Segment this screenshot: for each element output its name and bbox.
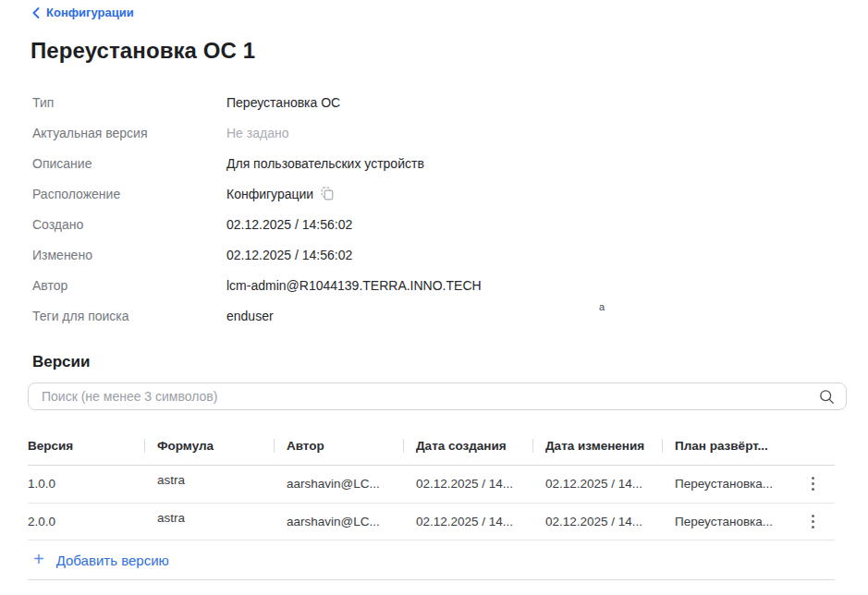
property-value: 02.12.2025 / 14:56:02	[226, 217, 352, 232]
breadcrumb-back-link[interactable]: Конфигурации	[32, 6, 134, 19]
versions-search-input[interactable]	[29, 383, 819, 409]
property-row-actual-version: Актуальная версия Не задано	[32, 117, 605, 148]
column-header-modified: Дата изменения	[532, 439, 662, 453]
property-value: Не задано	[226, 126, 288, 140]
page-title: Переустановка ОС 1	[31, 38, 255, 64]
chevron-left-icon	[32, 7, 40, 18]
property-value: Конфигурации	[226, 187, 334, 201]
property-label: Создано	[32, 217, 226, 232]
cell-version: 2.0.0	[28, 515, 144, 528]
location-value: Конфигурации	[226, 187, 313, 201]
property-label: Актуальная версия	[32, 126, 226, 140]
property-value: Для пользовательских устройств	[226, 156, 424, 171]
property-row-type: Тип Переустановка ОС	[32, 87, 605, 117]
copy-icon	[321, 187, 334, 200]
column-header-version: Версия	[28, 439, 144, 453]
copy-path-button[interactable]	[321, 187, 334, 200]
cell-deploy-plan: Переустановка...	[662, 477, 791, 491]
cell-created: 02.12.2025 / 14...	[403, 515, 532, 528]
cell-author: aarshavin@LC...	[274, 515, 403, 528]
versions-search	[28, 382, 847, 410]
column-header-deploy-plan: План развёрт...	[662, 439, 791, 453]
cell-created: 02.12.2025 / 14...	[403, 477, 532, 491]
add-version-label: Добавить версию	[56, 552, 169, 568]
property-row-description: Описание Для пользовательских устройств	[32, 148, 605, 178]
property-row-modified: Изменено 02.12.2025 / 14:56:02	[32, 239, 605, 270]
property-label: Расположение	[32, 187, 226, 201]
table-row[interactable]: 2.0.0 astra aarshavin@LC... 02.12.2025 /…	[28, 504, 835, 541]
property-value: lcm-admin@R1044139.TERRA.INNO.TECH	[226, 278, 482, 293]
property-label: Изменено	[32, 248, 226, 262]
column-header-author: Автор	[274, 439, 403, 453]
cell-formula: astra	[157, 477, 185, 487]
cell-modified: 02.12.2025 / 14...	[532, 515, 662, 528]
property-value: Переустановка ОС	[226, 95, 340, 110]
cell-author: aarshavin@LC...	[274, 477, 403, 491]
cell-formula: astra	[157, 515, 185, 525]
configuration-detail-page: Конфигурации Переустановка ОС 1 Тип Пере…	[0, 0, 868, 595]
breadcrumb-label: Конфигурации	[46, 6, 134, 19]
versions-table: Версия Формула Автор Дата создания Дата …	[28, 427, 835, 580]
row-actions-kebab-menu-icon[interactable]	[806, 511, 820, 532]
table-row[interactable]: 1.0.0 astra aarshavin@LC... 02.12.2025 /…	[28, 466, 835, 504]
column-header-formula: Формула	[144, 439, 274, 453]
property-label: Автор	[32, 278, 226, 293]
cell-version: 1.0.0	[28, 477, 144, 491]
property-row-location: Расположение Конфигурации	[32, 178, 605, 209]
property-label: Описание	[32, 156, 226, 171]
cell-deploy-plan: Переустановка...	[662, 515, 791, 528]
property-row-author: Автор lcm-admin@R1044139.TERRA.INNO.TECH	[32, 270, 605, 300]
search-icon[interactable]	[819, 389, 835, 405]
properties-list: Тип Переустановка ОС Актуальная версия Н…	[32, 87, 605, 331]
stray-text-artifact: a	[599, 301, 605, 312]
property-label: Теги для поиска	[32, 309, 226, 323]
plus-icon: +	[33, 550, 44, 568]
add-version-button[interactable]: + Добавить версию	[28, 540, 835, 580]
row-actions-kebab-menu-icon[interactable]	[806, 473, 820, 494]
property-value: 02.12.2025 / 14:56:02	[226, 248, 352, 262]
column-header-created: Дата создания	[403, 439, 532, 453]
versions-table-header: Версия Формула Автор Дата создания Дата …	[28, 427, 835, 466]
property-row-tags: Теги для поиска enduser	[32, 300, 605, 331]
cell-modified: 02.12.2025 / 14...	[532, 477, 662, 491]
versions-section-heading: Версии	[32, 353, 90, 371]
property-value: enduser	[226, 309, 274, 323]
property-label: Тип	[32, 95, 226, 110]
property-row-created: Создано 02.12.2025 / 14:56:02	[32, 209, 605, 239]
